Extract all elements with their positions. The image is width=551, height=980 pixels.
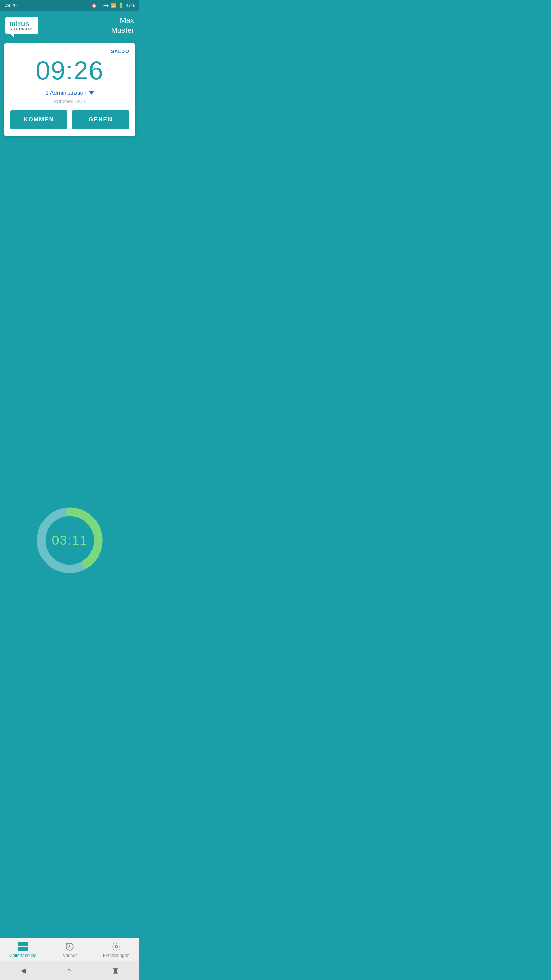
user-name: MaxMuster xyxy=(111,16,134,35)
recent-button[interactable]: ▣ xyxy=(105,965,125,976)
logo: mirus SOFTWARE xyxy=(5,18,38,34)
grid-icon xyxy=(18,942,28,951)
logo-software: SOFTWARE xyxy=(10,27,34,31)
back-button[interactable]: ◀ xyxy=(14,965,33,976)
nav-zeiterfassung-label: Zeiterfassung xyxy=(10,953,37,958)
battery-icon: 🔋 xyxy=(118,3,124,8)
nav-einstellungen[interactable]: Einstellungen xyxy=(93,942,140,958)
timer-display: 03:11 xyxy=(52,533,87,548)
department-dropdown-arrow[interactable] xyxy=(89,91,94,95)
bottom-nav: Zeiterfassung Verlauf Einstellungen xyxy=(0,938,140,961)
main-card: SALDO 09:26 1 Administration Punched OUT… xyxy=(4,43,135,136)
current-time: 09:26 xyxy=(10,56,129,85)
status-bar: 09:26 ⏰ LTE+ 📶 🔋 47% xyxy=(0,0,140,11)
logo-mirus: mirus xyxy=(10,20,34,28)
settings-icon xyxy=(111,942,121,951)
nav-zeiterfassung[interactable]: Zeiterfassung xyxy=(0,942,47,958)
history-icon xyxy=(65,942,75,951)
battery-percent: 47% xyxy=(126,3,135,8)
status-right: ⏰ LTE+ 📶 🔋 47% xyxy=(91,3,135,8)
department-row[interactable]: 1 Administration xyxy=(10,89,129,96)
app-header: mirus SOFTWARE MaxMuster xyxy=(0,11,140,40)
signal-icon: 📶 xyxy=(111,3,116,8)
saldo-button[interactable]: SALDO xyxy=(10,49,129,54)
nav-verlauf[interactable]: Verlauf xyxy=(47,942,93,958)
kommen-button[interactable]: KOMMEN xyxy=(10,110,67,129)
nav-verlauf-label: Verlauf xyxy=(63,953,76,958)
system-nav: ◀ ○ ▣ xyxy=(0,961,140,980)
department-label: 1 Administration xyxy=(46,89,87,96)
timer-section: 03:11 xyxy=(0,140,140,938)
donut-chart: 03:11 xyxy=(34,504,105,576)
nav-einstellungen-label: Einstellungen xyxy=(103,953,130,958)
gehen-button[interactable]: GEHEN xyxy=(72,110,129,129)
svg-point-3 xyxy=(115,946,118,948)
alarm-icon: ⏰ xyxy=(91,3,97,8)
network-type: LTE+ xyxy=(98,3,109,8)
punch-status: Punched OUT xyxy=(10,98,129,104)
punch-buttons: KOMMEN GEHEN xyxy=(10,110,129,129)
status-time: 09:26 xyxy=(5,3,17,8)
home-button[interactable]: ○ xyxy=(60,966,78,976)
